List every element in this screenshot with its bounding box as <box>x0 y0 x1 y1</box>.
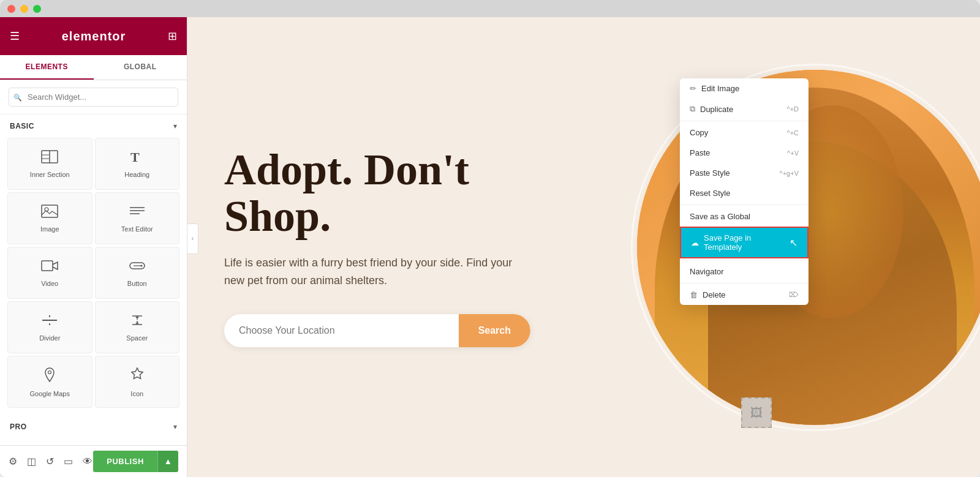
menu-divider-2 <box>680 205 809 205</box>
menu-paste[interactable]: Paste ^+V <box>680 143 809 163</box>
duplicate-icon: ⧉ <box>690 104 695 114</box>
svg-rect-5 <box>42 205 58 217</box>
navigator-label: Navigator <box>690 267 724 276</box>
copy-label: Copy <box>690 128 708 137</box>
image-placeholder: 🖼 <box>741 397 772 428</box>
search-wrapper <box>9 88 178 107</box>
settings-icon[interactable]: ⚙ <box>9 456 17 467</box>
menu-paste-style[interactable]: Paste Style ^+g+V <box>680 163 809 183</box>
inner-section-icon <box>41 150 58 167</box>
history-icon[interactable]: ↺ <box>46 456 54 467</box>
widget-text-editor[interactable]: Text Editor <box>95 192 180 244</box>
tab-global[interactable]: GLOBAL <box>94 55 187 80</box>
paste-style-label: Paste Style <box>690 168 730 178</box>
menu-reset-style[interactable]: Reset Style <box>680 183 809 203</box>
basic-section-header: BASIC ▾ <box>0 115 187 135</box>
search-input[interactable] <box>9 88 178 107</box>
svg-point-13 <box>140 265 142 266</box>
maps-icon <box>42 367 57 386</box>
toolbar-left: ⚙ ◫ ↺ ▭ 👁 <box>9 456 92 467</box>
paste-shortcut: ^+V <box>787 149 799 157</box>
menu-divider-1 <box>680 121 809 121</box>
headline-text: Adopt. Don't Shop. <box>224 145 469 241</box>
inner-section-label: Inner Section <box>30 171 70 178</box>
spacer-icon <box>129 314 146 331</box>
sidebar-header: ☰ elementor ⊞ <box>0 17 187 55</box>
grid-icon[interactable]: ⊞ <box>168 29 177 43</box>
widget-google-maps[interactable]: Google Maps <box>7 356 92 408</box>
pro-chevron-icon[interactable]: ▾ <box>173 423 177 431</box>
publish-dropdown-button[interactable]: ▲ <box>157 451 178 472</box>
widget-heading[interactable]: T Heading <box>95 138 180 190</box>
duplicate-label: Duplicate <box>700 105 733 114</box>
location-input[interactable] <box>224 314 459 347</box>
widget-image[interactable]: Image <box>7 192 92 244</box>
icon-widget-icon <box>129 367 145 386</box>
responsive-icon[interactable]: ▭ <box>64 456 73 467</box>
menu-duplicate[interactable]: ⧉ Duplicate ^+D <box>680 99 809 119</box>
menu-navigator[interactable]: Navigator <box>680 261 809 282</box>
canvas-headline: Adopt. Don't Shop. <box>224 147 543 239</box>
video-label: Video <box>41 280 58 287</box>
edit-icon: ✏ <box>690 84 696 93</box>
text-editor-label: Text Editor <box>121 225 153 233</box>
close-button[interactable] <box>7 5 15 13</box>
text-editor-icon <box>129 205 146 222</box>
widget-button[interactable]: Button <box>95 247 180 299</box>
delete-shortcut: ⌦ <box>789 291 799 299</box>
sidebar: ☰ elementor ⊞ ELEMENTS GLOBAL BASIC ▾ <box>0 17 187 477</box>
main-canvas: Adopt. Don't Shop. Life is easier with a… <box>187 17 980 477</box>
menu-delete[interactable]: 🗑 Delete ⌦ <box>680 285 809 305</box>
location-search-bar: Search <box>224 314 530 347</box>
menu-save-page-templately[interactable]: ☁ Save Page in Templately ↖ <box>680 227 809 258</box>
copy-shortcut: ^+C <box>786 129 799 137</box>
icon-label: Icon <box>130 390 143 397</box>
basic-section-title: BASIC <box>10 122 34 130</box>
reset-style-label: Reset Style <box>690 189 730 198</box>
app-body: ☰ elementor ⊞ ELEMENTS GLOBAL BASIC ▾ <box>0 17 980 477</box>
layers-icon[interactable]: ◫ <box>27 456 36 467</box>
widget-spacer[interactable]: Spacer <box>95 301 180 353</box>
cursor-icon: ↖ <box>790 237 797 249</box>
paste-style-shortcut: ^+g+V <box>780 170 799 177</box>
widget-video[interactable]: Video <box>7 247 92 299</box>
svg-rect-10 <box>42 261 53 271</box>
search-box <box>0 80 187 115</box>
bottom-toolbar: ⚙ ◫ ↺ ▭ 👁 PUBLISH ▲ <box>0 445 187 477</box>
video-icon <box>41 259 58 276</box>
app-window: ☰ elementor ⊞ ELEMENTS GLOBAL BASIC ▾ <box>0 0 980 477</box>
menu-copy[interactable]: Copy ^+C <box>680 122 809 143</box>
widget-inner-section[interactable]: Inner Section <box>7 138 92 190</box>
maximize-button[interactable] <box>33 5 41 13</box>
canvas-content: Adopt. Don't Shop. Life is easier with a… <box>224 147 543 347</box>
collapse-sidebar-handle[interactable]: ‹ <box>187 223 198 254</box>
menu-save-as-global[interactable]: Save as a Global <box>680 206 809 227</box>
hamburger-icon[interactable]: ☰ <box>10 29 20 43</box>
basic-chevron-icon[interactable]: ▾ <box>173 122 177 130</box>
publish-group: PUBLISH ▲ <box>93 451 178 472</box>
button-label: Button <box>127 280 147 287</box>
menu-edit-image[interactable]: ✏ Edit Image <box>680 78 809 99</box>
minimize-button[interactable] <box>20 5 28 13</box>
search-button[interactable]: Search <box>459 314 530 347</box>
canvas-subtext: Life is easier with a furry best friend … <box>224 254 518 290</box>
menu-divider-4 <box>680 283 809 284</box>
widgets-grid: Inner Section T Heading <box>0 135 187 410</box>
tab-elements[interactable]: ELEMENTS <box>0 55 94 80</box>
context-menu: ✏ Edit Image ⧉ Duplicate ^+D Copy ^+C <box>680 78 809 305</box>
save-templately-label: Save Page in Templately <box>704 233 787 252</box>
svg-point-26 <box>48 370 51 374</box>
edit-image-label: Edit Image <box>701 84 739 93</box>
preview-icon[interactable]: 👁 <box>83 456 92 467</box>
delete-label: Delete <box>703 290 726 299</box>
heading-label: Heading <box>124 171 149 178</box>
duplicate-shortcut: ^+D <box>786 105 799 113</box>
delete-icon: 🗑 <box>690 290 698 299</box>
widget-icon[interactable]: Icon <box>95 356 180 408</box>
heading-icon: T <box>129 150 145 167</box>
publish-button[interactable]: PUBLISH <box>93 451 157 472</box>
titlebar <box>0 0 980 17</box>
sidebar-tabs: ELEMENTS GLOBAL <box>0 55 187 80</box>
widget-divider[interactable]: Divider <box>7 301 92 353</box>
elementor-logo: elementor <box>62 29 126 43</box>
